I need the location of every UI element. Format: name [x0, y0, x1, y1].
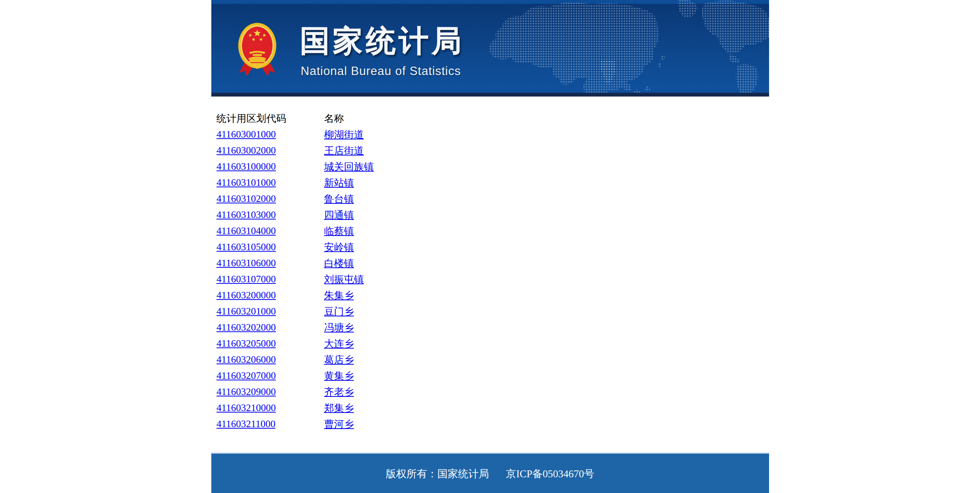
division-name-link[interactable]: 大连乡	[324, 338, 354, 349]
table-row: 411603207000黄集乡	[217, 368, 374, 384]
footer-column: 版权所有：国家统计局京ICP备05034670号 地址：北京市西城区月坛南街57…	[211, 452, 769, 493]
division-name-link[interactable]: 豆门乡	[324, 306, 354, 317]
division-code-link[interactable]: 411603211000	[217, 418, 276, 429]
table-row: 411603001000柳湖街道	[217, 126, 374, 142]
division-code-link[interactable]: 411603201000	[217, 306, 276, 317]
table-row: 411603202000冯塘乡	[217, 319, 374, 336]
site-banner: 国家统计局 National Bureau of Statistics	[211, 0, 769, 97]
division-code-link[interactable]: 411603103000	[217, 209, 276, 220]
table-row: 411603210000郑集乡	[217, 400, 374, 416]
table-row: 411603002000王店街道	[217, 142, 374, 159]
division-name-link[interactable]: 鲁台镇	[324, 193, 354, 205]
table-row: 411603100000城关回族镇	[217, 159, 374, 175]
table-row: 411603102000鲁台镇	[217, 191, 374, 207]
column-header-code: 统计用区划代码	[217, 110, 324, 126]
division-name-link[interactable]: 安岭镇	[324, 242, 354, 253]
banner-bottom-strip	[211, 93, 769, 97]
division-name-link[interactable]: 曹河乡	[324, 419, 354, 430]
column-header-name: 名称	[324, 110, 374, 126]
footer-copyright-line: 版权所有：国家统计局京ICP备05034670号	[211, 454, 769, 480]
site-title-zh: 国家统计局	[300, 24, 465, 58]
page-column: 国家统计局 National Bureau of Statistics 统计用区…	[211, 0, 769, 452]
site-title-en: National Bureau of Statistics	[301, 64, 465, 78]
division-code-link[interactable]: 411603210000	[217, 402, 276, 413]
division-code-link[interactable]: 411603100000	[217, 161, 276, 172]
division-code-link[interactable]: 411603104000	[217, 225, 276, 236]
division-code-link[interactable]: 411603200000	[217, 290, 276, 301]
division-code-link[interactable]: 411603206000	[217, 354, 276, 365]
division-table-header: 统计用区划代码 名称	[217, 110, 374, 126]
division-code-link[interactable]: 411603205000	[217, 338, 276, 349]
table-row: 411603200000朱集乡	[217, 287, 374, 303]
division-code-link[interactable]: 411603202000	[217, 322, 276, 333]
division-name-link[interactable]: 黄集乡	[324, 370, 354, 382]
division-name-link[interactable]: 葛店乡	[324, 354, 354, 365]
division-code-link[interactable]: 411603102000	[217, 193, 276, 204]
banner-title-block: 国家统计局 National Bureau of Statistics	[300, 24, 465, 78]
table-row: 411603205000大连乡	[217, 336, 374, 352]
table-row: 411603107000刘振屯镇	[217, 271, 374, 287]
table-row: 411603101000新站镇	[217, 175, 374, 191]
division-table-body: 411603001000柳湖街道411603002000王店街道41160310…	[217, 126, 374, 432]
division-name-link[interactable]: 刘振屯镇	[324, 274, 364, 285]
table-row: 411603105000安岭镇	[217, 239, 374, 255]
division-code-link[interactable]: 411603209000	[217, 386, 276, 397]
icp-number: 京ICP备05034670号	[506, 468, 594, 480]
division-name-link[interactable]: 柳湖街道	[324, 129, 364, 140]
division-code-link[interactable]: 411603002000	[217, 145, 276, 156]
world-map-decoration	[490, 0, 769, 97]
division-name-link[interactable]: 临蔡镇	[324, 226, 354, 237]
division-code-link[interactable]: 411603105000	[217, 241, 276, 252]
table-row: 411603209000齐老乡	[217, 384, 374, 400]
division-name-link[interactable]: 冯塘乡	[324, 322, 354, 333]
division-name-link[interactable]: 白楼镇	[324, 258, 354, 269]
content-area: 统计用区划代码 名称 411603001000柳湖街道411603002000王…	[211, 110, 769, 452]
table-row: 411603103000四通镇	[217, 207, 374, 223]
division-name-link[interactable]: 新站镇	[324, 177, 354, 188]
table-row: 411603106000白楼镇	[217, 255, 374, 271]
division-name-link[interactable]: 郑集乡	[324, 403, 354, 414]
division-name-link[interactable]: 朱集乡	[324, 290, 354, 301]
division-code-link[interactable]: 411603107000	[217, 274, 276, 285]
table-row: 411603211000曹河乡	[217, 416, 374, 432]
division-code-link[interactable]: 411603101000	[217, 177, 276, 188]
division-name-link[interactable]: 四通镇	[324, 210, 354, 221]
division-code-link[interactable]: 411603106000	[217, 257, 276, 269]
table-row: 411603201000豆门乡	[217, 303, 374, 319]
header-row: 统计用区划代码 名称	[217, 110, 374, 126]
site-footer: 版权所有：国家统计局京ICP备05034670号 地址：北京市西城区月坛南街57…	[211, 452, 769, 493]
division-code-link[interactable]: 411603207000	[217, 370, 276, 381]
division-name-link[interactable]: 齐老乡	[324, 387, 354, 398]
division-code-table: 统计用区划代码 名称 411603001000柳湖街道411603002000王…	[217, 110, 374, 432]
division-code-link[interactable]: 411603001000	[217, 129, 276, 140]
copyright-text: 版权所有：国家统计局	[385, 468, 489, 480]
division-name-link[interactable]: 王店街道	[324, 145, 364, 156]
table-row: 411603206000葛店乡	[217, 352, 374, 368]
table-row: 411603104000临蔡镇	[217, 223, 374, 239]
china-national-emblem-icon	[237, 21, 278, 79]
division-name-link[interactable]: 城关回族镇	[324, 161, 374, 172]
